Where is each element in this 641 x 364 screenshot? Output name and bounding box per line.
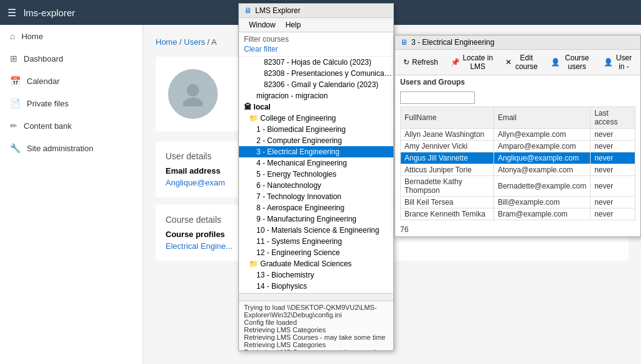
tree-item[interactable]: 10 - Materials Science & Engineering — [239, 225, 393, 236]
tree-item[interactable]: 🏛 local — [239, 101, 393, 113]
users-table-container: FullName Email Last access Allyn Jeane W… — [395, 106, 640, 223]
users-search-input[interactable] — [400, 91, 475, 104]
tree-item[interactable]: 12 - Engineering Science — [239, 247, 393, 258]
tree-item[interactable]: 3 - Electrical Engineering — [239, 146, 393, 157]
user-in-label: User in - — [615, 54, 632, 71]
sidebar-item-content-bank[interactable]: ✏ Content bank — [0, 114, 143, 137]
horizontal-scrollbar[interactable] — [239, 293, 393, 301]
hamburger-icon[interactable]: ☰ — [7, 7, 16, 19]
lms-app-icon: 🖥 — [244, 6, 251, 15]
tree-item[interactable]: 13 - Biochemistry — [239, 269, 393, 281]
tree-item[interactable]: 6 - Nanotechnology — [239, 180, 393, 191]
log-line: Trying to load \\DESKTOP-QKM9VU2\LMS-Exp… — [244, 304, 388, 319]
table-row[interactable]: Amy Jenniver VickiAmparo@example.comneve… — [401, 141, 635, 152]
clear-filter-link[interactable]: Clear filter — [244, 45, 388, 54]
sidebar-item-label: Home — [21, 32, 43, 41]
course-users-label: Course users — [563, 54, 591, 71]
table-row[interactable]: Atticus Juniper TorieAtonya@example.comn… — [401, 164, 635, 176]
breadcrumb-home[interactable]: Home — [156, 37, 177, 47]
tree-item[interactable]: 82306 - Gmail y Calendario (2023) — [239, 79, 393, 90]
table-cell-email: Bill@example.com — [494, 197, 590, 208]
table-cell-email: Bram@example.com — [494, 208, 590, 220]
tree-item[interactable]: 2 - Computer Engineering — [239, 135, 393, 146]
table-cell-fullname: Bernadette Kathy Thompson — [401, 176, 494, 197]
users-search-area — [395, 89, 640, 106]
locate-in-lms-button[interactable]: 📌 Locate in LMS — [445, 51, 498, 73]
table-cell-last_access: never — [591, 208, 635, 220]
filter-courses-bar: Filter courses Clear filter — [239, 32, 393, 57]
tree-item[interactable]: 9 - Manufacturing Engineering — [239, 213, 393, 225]
sidebar-item-home[interactable]: ⌂ Home — [0, 25, 143, 47]
log-line: Retrieving LMS Courses - may take some t… — [244, 334, 388, 341]
sidebar-item-label: Content bank — [24, 121, 72, 131]
tree-item[interactable]: 4 - Mechanical Engineering — [239, 157, 393, 169]
course-users-button[interactable]: 👤 Course users — [545, 51, 597, 73]
file-icon: 📄 — [10, 98, 21, 108]
sidebar: ⌂ Home ⊞ Dashboard 📅 Calendar 📄 Private … — [0, 25, 143, 364]
sidebar-item-label: Private files — [27, 99, 68, 108]
table-cell-fullname: Allyn Jeane Washington — [401, 129, 494, 141]
tree-item[interactable]: migracion - migracion — [239, 90, 393, 101]
tree-item[interactable]: 📁 Graduate Medical Sciences — [239, 258, 393, 269]
dashboard-icon: ⊞ — [10, 54, 17, 63]
menu-help[interactable]: Help — [281, 19, 306, 30]
user-in-button[interactable]: 👤 User in - — [598, 51, 638, 73]
table-row[interactable]: Allyn Jeane WashingtonAllyn@example.comn… — [401, 129, 635, 141]
table-cell-fullname: Bill Keil Tersea — [401, 197, 494, 208]
sidebar-item-dashboard[interactable]: ⊞ Dashboard — [0, 47, 143, 70]
filter-courses-label: Filter courses — [244, 35, 388, 44]
tree-item[interactable]: 📁 College of Engineering — [239, 113, 393, 124]
table-cell-last_access: never — [591, 197, 635, 208]
app-title: lms-explorer — [24, 7, 75, 18]
table-cell-last_access: never — [591, 152, 635, 164]
breadcrumb-users[interactable]: Users — [184, 37, 205, 47]
table-cell-last_access: never — [591, 129, 635, 141]
users-icon: 👤 — [551, 58, 560, 67]
detail-toolbar: ↻ Refresh 📌 Locate in LMS ✕ Edit course … — [395, 50, 640, 75]
refresh-label: Refresh — [412, 58, 438, 67]
log-line: Retrieving LMS Courses - may take some t… — [244, 348, 388, 350]
svg-point-0 — [187, 84, 199, 96]
detail-window: 🖥 3 - Electrical Engineering ↻ Refresh 📌… — [395, 35, 641, 237]
sidebar-item-label: Calendar — [27, 77, 60, 86]
table-row[interactable]: Brance Kenneith TemikaBram@example.comne… — [401, 208, 635, 220]
menu-window[interactable]: Window — [244, 19, 281, 30]
col-last-access: Last access — [591, 107, 635, 129]
wrench-icon: 🔧 — [10, 143, 21, 153]
refresh-button[interactable]: ↻ Refresh — [398, 51, 444, 73]
tree-item[interactable]: 11 - Systems Engineering — [239, 236, 393, 247]
table-row[interactable]: Bernadette Kathy ThompsonBernadette@exam… — [401, 176, 635, 197]
log-line: Config file loaded — [244, 319, 388, 326]
log-area: Trying to load \\DESKTOP-QKM9VU2\LMS-Exp… — [239, 301, 393, 350]
avatar — [168, 69, 218, 119]
home-icon: ⌂ — [10, 31, 15, 41]
edit-course-button[interactable]: ✕ Edit course — [500, 51, 544, 73]
tree-item[interactable]: 1 - Biomedical Engineering — [239, 124, 393, 135]
table-cell-email: Bernadette@example.com — [494, 176, 590, 197]
detail-title-bar: 🖥 3 - Electrical Engineering — [395, 35, 640, 50]
sidebar-item-calendar[interactable]: 📅 Calendar — [0, 70, 143, 92]
lms-menu-bar: Window Help — [239, 18, 393, 32]
course-tree[interactable]: 82307 - Hojas de Cálculo (2023) 82308 - … — [239, 57, 393, 293]
detail-window-title: 3 - Electrical Engineering — [411, 38, 494, 47]
lms-explorer-window: 🖥 LMS Explorer Window Help Filter course… — [238, 3, 394, 351]
tree-item[interactable]: 14 - Biophysics — [239, 281, 393, 292]
refresh-icon: ↻ — [403, 58, 409, 67]
tree-item[interactable]: 8 - Aerospace Engineering — [239, 202, 393, 213]
sidebar-item-site-admin[interactable]: 🔧 Site administration — [0, 137, 143, 159]
table-cell-fullname: Amy Jenniver Vicki — [401, 141, 494, 152]
lms-window-title: LMS Explorer — [255, 6, 301, 15]
tree-item[interactable]: 7 - Technology Innovation — [239, 191, 393, 202]
table-row[interactable]: Bill Keil TerseaBill@example.comnever — [401, 197, 635, 208]
tree-item[interactable]: 5 - Energy Technologies — [239, 169, 393, 180]
tree-item[interactable]: 82307 - Hojas de Cálculo (2023) — [239, 57, 393, 68]
locate-icon: 📌 — [451, 58, 460, 67]
table-cell-email: Amparo@example.com — [494, 141, 590, 152]
table-cell-last_access: never — [591, 176, 635, 197]
user-in-icon: 👤 — [604, 58, 613, 67]
table-row[interactable]: Angus Jill VannetteAnglique@example.comn… — [401, 152, 635, 164]
sidebar-item-private-files[interactable]: 📄 Private files — [0, 92, 143, 114]
sidebar-item-label: Dashboard — [24, 54, 63, 63]
log-line: Retrieving LMS Categories — [244, 341, 388, 348]
tree-item[interactable]: 82308 - Presentaciones y Comunicac... — [239, 68, 393, 79]
